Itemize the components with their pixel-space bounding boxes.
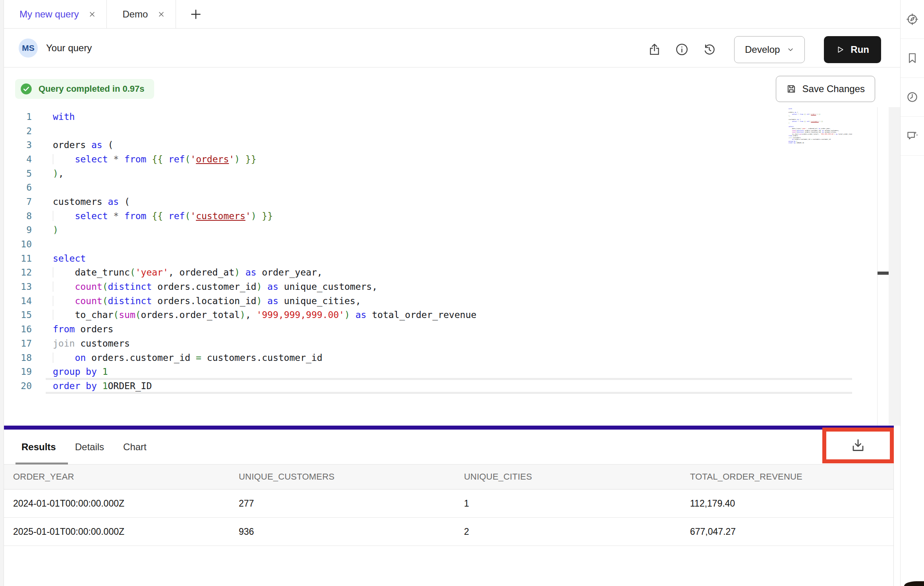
results-tab-results[interactable]: Results bbox=[21, 441, 56, 453]
column-header: TOTAL_ORDER_REVENUE bbox=[681, 472, 893, 482]
tab-my-new-query[interactable]: My new query bbox=[4, 0, 107, 28]
line-number: 20 bbox=[4, 381, 32, 391]
minimap-line: to_char(sum(orders.order_total), '999,99… bbox=[789, 133, 852, 135]
develop-dropdown[interactable]: Develop bbox=[734, 36, 805, 63]
table-cell: 936 bbox=[230, 526, 455, 537]
sql-editor[interactable]: 1with23orders as (4 select * from {{ ref… bbox=[4, 107, 900, 426]
bookmark-icon[interactable] bbox=[901, 39, 924, 78]
code-line[interactable]: 5), bbox=[4, 166, 900, 181]
code-line[interactable]: 4 select * from {{ ref('orders') }} bbox=[4, 152, 900, 166]
code-line[interactable]: 3orders as ( bbox=[4, 138, 900, 152]
clock-icon[interactable] bbox=[901, 78, 924, 117]
status-message: Query completed in 0.97s bbox=[39, 84, 145, 94]
code-line[interactable]: 18 on orders.customer_id = customers.cus… bbox=[4, 351, 900, 365]
results-tab-bar: ResultsDetailsChart bbox=[4, 430, 893, 465]
line-number: 1 bbox=[4, 112, 32, 122]
code-line[interactable]: 7customers as ( bbox=[4, 195, 900, 209]
scrollbar-thumb[interactable] bbox=[878, 272, 889, 275]
line-number: 2 bbox=[4, 126, 32, 136]
code-line[interactable]: 12 date_trunc('year', ordered_at) as ord… bbox=[4, 266, 900, 280]
line-number: 17 bbox=[4, 338, 32, 349]
save-label: Save Changes bbox=[802, 83, 865, 94]
table-cell: 277 bbox=[230, 498, 455, 509]
query-tab-bar: My new queryDemo bbox=[4, 0, 900, 29]
code-line[interactable]: 11select bbox=[4, 251, 900, 266]
line-number: 13 bbox=[4, 281, 32, 292]
code-line[interactable]: 14 count(distinct orders.location_id) as… bbox=[4, 294, 900, 308]
query-status-badge: Query completed in 0.97s bbox=[15, 79, 154, 99]
table-cell: 677,047.27 bbox=[681, 526, 893, 537]
table-cell: 2 bbox=[455, 526, 681, 537]
active-tab-underline bbox=[15, 463, 68, 465]
code-text: with bbox=[53, 112, 75, 122]
window-left-edge bbox=[0, 0, 4, 586]
panel-resize-handle[interactable] bbox=[4, 426, 894, 430]
table-row[interactable]: 2024-01-01T00:00:00.000Z2771112,179.40 bbox=[4, 490, 893, 518]
code-line[interactable]: 16from orders bbox=[4, 322, 900, 336]
line-number: 9 bbox=[4, 225, 32, 235]
code-line[interactable]: 13 count(distinct orders.customer_id) as… bbox=[4, 280, 900, 294]
code-line[interactable]: 17join customers bbox=[4, 336, 900, 351]
plus-icon bbox=[189, 16, 203, 22]
info-icon[interactable] bbox=[675, 43, 688, 56]
code-text: ) bbox=[53, 225, 58, 235]
line-number: 12 bbox=[4, 267, 32, 278]
code-text: group by 1 bbox=[53, 366, 108, 377]
results-tab-details[interactable]: Details bbox=[75, 441, 104, 453]
save-icon bbox=[786, 84, 796, 94]
line-number: 15 bbox=[4, 310, 32, 320]
code-line[interactable]: 10 bbox=[4, 237, 900, 251]
code-line[interactable]: 20order by 1ORDER_ID bbox=[4, 379, 900, 393]
status-row: Query completed in 0.97s Save Changes bbox=[4, 67, 900, 107]
line-number: 14 bbox=[4, 296, 32, 306]
chat-sparkles-icon[interactable] bbox=[901, 117, 924, 156]
annotation-highlight-box bbox=[822, 428, 894, 463]
table-cell: 2025-01-01T00:00:00.000Z bbox=[4, 526, 230, 537]
tab-demo[interactable]: Demo bbox=[107, 0, 176, 28]
line-number: 11 bbox=[4, 253, 32, 264]
history-icon[interactable] bbox=[703, 43, 716, 56]
code-line[interactable]: 8 select * from {{ ref('customers') }} bbox=[4, 209, 900, 223]
results-table: ORDER_YEARUNIQUE_CUSTOMERSUNIQUE_CITIEST… bbox=[4, 465, 893, 546]
line-number: 5 bbox=[4, 168, 32, 179]
results-tab-chart[interactable]: Chart bbox=[123, 441, 147, 453]
editor-right-gutter bbox=[889, 107, 900, 426]
code-text: date_trunc('year', ordered_at) as order_… bbox=[53, 267, 323, 278]
code-text: orders as ( bbox=[53, 140, 113, 150]
editor-minimap[interactable]: with orders as ( select * from {{ ref('o… bbox=[789, 108, 852, 144]
run-button[interactable]: Run bbox=[824, 36, 881, 63]
code-line[interactable]: 19group by 1 bbox=[4, 364, 900, 379]
code-line[interactable]: 15 to_char(sum(orders.order_total), '999… bbox=[4, 308, 900, 322]
new-tab-button[interactable] bbox=[189, 8, 203, 21]
close-icon[interactable] bbox=[88, 10, 96, 18]
develop-label: Develop bbox=[745, 44, 780, 55]
avatar: MS bbox=[19, 39, 38, 58]
code-text: customers as ( bbox=[53, 197, 130, 207]
code-text: join customers bbox=[53, 338, 130, 349]
code-text: order by 1ORDER_ID bbox=[53, 381, 152, 391]
code-line[interactable]: 6 bbox=[4, 180, 900, 195]
table-row[interactable]: 2025-01-01T00:00:00.000Z9362677,047.27 bbox=[4, 518, 893, 546]
code-line[interactable]: 1with bbox=[4, 110, 900, 124]
check-circle-icon bbox=[20, 83, 32, 95]
code-text: ), bbox=[53, 168, 64, 179]
save-changes-button[interactable]: Save Changes bbox=[776, 76, 875, 102]
table-cell: 2024-01-01T00:00:00.000Z bbox=[4, 498, 230, 509]
editor-scrollbar[interactable] bbox=[877, 107, 889, 426]
tab-label: Demo bbox=[122, 9, 148, 20]
code-text: select * from {{ ref('orders') }} bbox=[53, 154, 257, 164]
close-icon[interactable] bbox=[157, 10, 165, 18]
compass-icon[interactable] bbox=[901, 0, 924, 39]
code-line[interactable]: 9) bbox=[4, 223, 900, 237]
app-window: My new queryDemo MS Your query Develop R… bbox=[0, 0, 924, 586]
code-text: count(distinct orders.location_id) as un… bbox=[53, 296, 361, 306]
run-label: Run bbox=[851, 44, 869, 55]
main-panel: My new queryDemo MS Your query Develop R… bbox=[4, 0, 900, 586]
share-icon[interactable] bbox=[648, 43, 661, 56]
download-icon[interactable] bbox=[850, 438, 866, 453]
code-text: to_char(sum(orders.order_total), '999,99… bbox=[53, 310, 476, 320]
table-header-row: ORDER_YEARUNIQUE_CUSTOMERSUNIQUE_CITIEST… bbox=[4, 465, 893, 490]
code-line[interactable]: 2 bbox=[4, 124, 900, 138]
code-text: from orders bbox=[53, 324, 113, 334]
code-lines: 1with23orders as (4 select * from {{ ref… bbox=[4, 110, 900, 393]
